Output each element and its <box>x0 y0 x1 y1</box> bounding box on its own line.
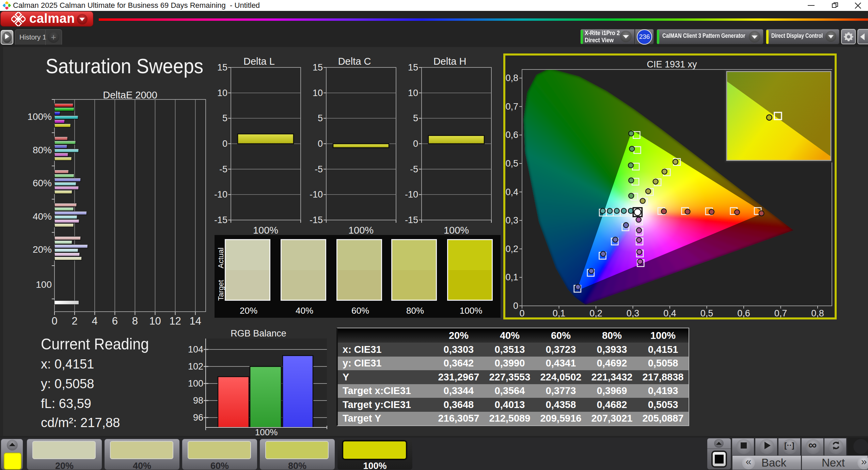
svg-text:Delta C: Delta C <box>338 57 371 67</box>
svg-text:0,3: 0,3 <box>627 308 640 317</box>
svg-text:-15: -15 <box>405 215 418 225</box>
svg-text:0,4: 0,4 <box>505 187 518 197</box>
svg-text:2: 2 <box>72 315 77 327</box>
svg-text:100: 100 <box>36 279 52 290</box>
svg-text:40%: 40% <box>33 211 52 222</box>
svg-text:10: 10 <box>149 315 161 327</box>
svg-text:60%: 60% <box>33 178 52 188</box>
svg-text:0: 0 <box>51 315 57 327</box>
svg-text:0: 0 <box>519 308 524 317</box>
svg-text:15: 15 <box>408 62 418 73</box>
svg-text:80%: 80% <box>33 145 52 155</box>
svg-text:0,7: 0,7 <box>505 101 518 112</box>
svg-text:-5: -5 <box>410 164 418 174</box>
svg-text:6: 6 <box>112 315 118 327</box>
svg-text:Delta H: Delta H <box>433 57 467 67</box>
svg-text:5: 5 <box>413 113 418 123</box>
svg-text:100%: 100% <box>348 225 374 236</box>
svg-text:100%: 100% <box>253 225 278 236</box>
svg-text:0,2: 0,2 <box>589 308 602 317</box>
svg-text:0,3: 0,3 <box>505 215 518 225</box>
svg-text:8: 8 <box>132 315 138 327</box>
svg-text:100: 100 <box>188 378 203 389</box>
svg-text:5: 5 <box>222 113 227 123</box>
svg-text:0: 0 <box>318 139 323 149</box>
svg-text:0,7: 0,7 <box>774 308 787 317</box>
svg-text:15: 15 <box>313 62 323 73</box>
svg-text:20%: 20% <box>33 244 52 255</box>
svg-text:-10: -10 <box>310 189 323 200</box>
svg-text:-10: -10 <box>405 189 418 200</box>
svg-text:104: 104 <box>188 344 203 355</box>
svg-text:0,1: 0,1 <box>505 272 518 282</box>
svg-text:12: 12 <box>169 315 181 327</box>
svg-text:-5: -5 <box>315 164 323 174</box>
svg-text:15: 15 <box>217 62 227 73</box>
svg-text:10: 10 <box>217 88 227 98</box>
svg-text:0,1: 0,1 <box>553 308 566 317</box>
svg-text:4: 4 <box>92 315 98 327</box>
svg-text:DeltaE 2000: DeltaE 2000 <box>103 90 157 100</box>
svg-text:0,5: 0,5 <box>505 158 518 169</box>
svg-text:CIE 1931 xy: CIE 1931 xy <box>647 59 697 69</box>
svg-text:Delta L: Delta L <box>243 57 275 67</box>
svg-text:0,2: 0,2 <box>505 244 518 254</box>
svg-text:98: 98 <box>193 395 203 406</box>
svg-text:0: 0 <box>222 139 227 149</box>
svg-text:100%: 100% <box>27 111 52 122</box>
svg-text:0,5: 0,5 <box>700 308 713 317</box>
svg-text:RGB Balance: RGB Balance <box>231 328 286 339</box>
svg-text:-15: -15 <box>310 215 323 225</box>
svg-text:0: 0 <box>413 139 418 149</box>
svg-text:-5: -5 <box>219 164 227 174</box>
svg-text:10: 10 <box>313 88 323 98</box>
svg-text:0: 0 <box>513 301 518 311</box>
svg-text:5: 5 <box>318 113 323 123</box>
svg-text:10: 10 <box>408 88 418 98</box>
svg-text:0,6: 0,6 <box>505 130 518 140</box>
svg-text:0,4: 0,4 <box>663 308 676 317</box>
svg-text:100%: 100% <box>444 225 469 236</box>
svg-text:-10: -10 <box>214 189 227 200</box>
svg-text:102: 102 <box>188 361 203 372</box>
svg-text:0,8: 0,8 <box>505 73 518 83</box>
svg-text:0,8: 0,8 <box>811 308 824 317</box>
svg-text:14: 14 <box>189 315 201 327</box>
svg-text:0,6: 0,6 <box>737 308 750 317</box>
svg-text:96: 96 <box>193 412 203 423</box>
svg-text:-15: -15 <box>214 215 227 225</box>
